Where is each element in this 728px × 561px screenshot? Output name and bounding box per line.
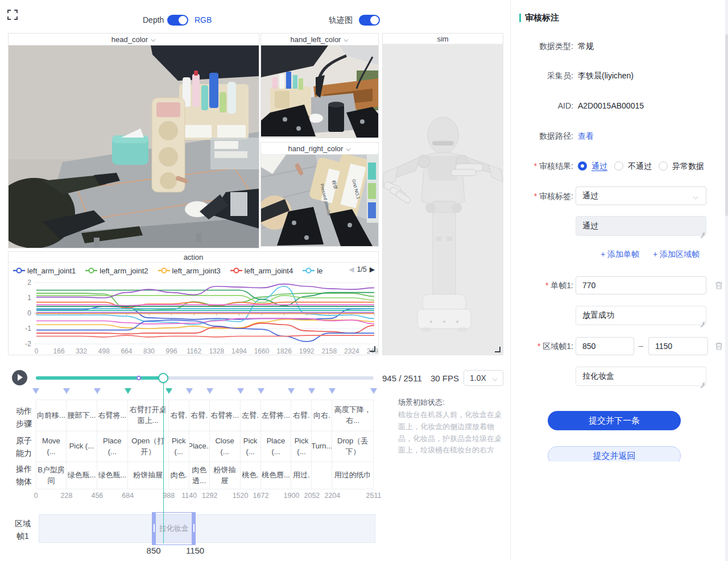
resize-grip-icon[interactable] bbox=[700, 319, 705, 323]
segment-table-cell[interactable]: Close (... bbox=[210, 431, 241, 462]
hand-right-camera-header[interactable]: hand_right_color bbox=[261, 143, 378, 155]
scrollbar-track[interactable] bbox=[725, 0, 728, 561]
svg-text:1826: 1826 bbox=[276, 347, 292, 355]
segment-table-cell[interactable]: 绿色瓶... bbox=[67, 462, 97, 489]
radio-abnormal-label[interactable]: 异常数据 bbox=[672, 161, 704, 172]
region-start-input[interactable]: 850 bbox=[576, 337, 634, 355]
legend-next-icon[interactable]: ▶ bbox=[370, 265, 375, 273]
region-frame-track[interactable] bbox=[39, 514, 375, 543]
segment-table-cell[interactable]: 桃色唇... bbox=[261, 462, 292, 489]
resize-handle-icon[interactable] bbox=[495, 347, 500, 352]
segment-table-cell[interactable]: 左臂. bbox=[241, 400, 261, 431]
segment-table-cell[interactable]: 绿色瓶... bbox=[97, 462, 128, 489]
add-region-frame-link[interactable]: + 添加区域帧 bbox=[653, 250, 700, 260]
segment-table-cell[interactable]: Turn... bbox=[312, 431, 332, 462]
radio-fail[interactable] bbox=[614, 161, 623, 171]
segment-table-cell[interactable]: 左臂将... bbox=[261, 400, 292, 431]
legend-item[interactable]: left_arm_joint4 bbox=[230, 267, 293, 275]
segment-table-cell[interactable]: Place.. bbox=[189, 431, 210, 462]
legend-prev-icon[interactable]: ◀ bbox=[349, 265, 354, 273]
trajectory-toggle[interactable] bbox=[359, 15, 380, 26]
legend-item[interactable]: left_arm_joint2 bbox=[85, 267, 148, 275]
play-button[interactable] bbox=[12, 370, 27, 385]
segment-table-cell[interactable]: B户型房间 bbox=[36, 462, 67, 489]
segment-table-cell[interactable]: Pick (... bbox=[241, 431, 261, 462]
segment-table-cell[interactable]: Move (... bbox=[36, 431, 67, 462]
delete-single-frame-icon[interactable] bbox=[714, 281, 723, 290]
segment-table-cell[interactable]: 肉色透... bbox=[189, 462, 210, 489]
single-frame-note[interactable]: 放置成功 bbox=[576, 306, 706, 325]
segment-table-cell[interactable] bbox=[312, 462, 332, 489]
segment-table-cell[interactable]: 桃色. bbox=[241, 462, 261, 489]
speed-select[interactable]: 1.0X bbox=[464, 370, 503, 386]
fullscreen-icon[interactable] bbox=[7, 10, 18, 20]
segment-marker-icon[interactable] bbox=[329, 388, 336, 394]
segment-table-cell[interactable]: 右臂将... bbox=[210, 400, 241, 431]
scrollbar-thumb[interactable] bbox=[725, 34, 728, 216]
legend-item[interactable]: left_arm_joint1 bbox=[13, 267, 76, 275]
depth-rgb-toggle[interactable] bbox=[167, 15, 188, 26]
segment-marker-icon[interactable] bbox=[258, 388, 264, 394]
segment-marker-icon[interactable] bbox=[206, 388, 213, 394]
segment-marker-icon[interactable] bbox=[125, 388, 131, 394]
segment-marker-icon[interactable] bbox=[308, 388, 315, 394]
hand-left-camera-header[interactable]: hand_left_color bbox=[261, 34, 378, 45]
segment-marker-icon[interactable] bbox=[370, 388, 377, 394]
segment-marker-icon[interactable] bbox=[94, 388, 101, 394]
radio-fail-label[interactable]: 不通过 bbox=[628, 161, 652, 172]
segment-marker-icon[interactable] bbox=[166, 388, 172, 394]
segment-table-cell[interactable]: 粉饼抽屉 bbox=[210, 462, 241, 489]
segment-table-cell[interactable]: 右臂. bbox=[291, 400, 312, 431]
submit-next-button[interactable]: 提交并下一条 bbox=[548, 411, 681, 430]
segment-table-cell[interactable]: Pick (... bbox=[291, 431, 312, 462]
segment-table-cell[interactable]: 用过. bbox=[291, 462, 312, 489]
segment-table-cell[interactable]: 高度下降，右... bbox=[332, 400, 374, 431]
region-handle-right[interactable] bbox=[193, 524, 195, 532]
segment-table-cell[interactable]: Drop（丢下） bbox=[332, 431, 374, 462]
svg-text:2158: 2158 bbox=[321, 347, 337, 355]
resize-handle-icon[interactable] bbox=[370, 346, 375, 352]
timeline-slider-handle[interactable] bbox=[158, 373, 168, 383]
review-tag-select[interactable]: 通过 bbox=[576, 186, 706, 205]
review-tag-note[interactable]: 通过 bbox=[576, 216, 706, 236]
hand-left-camera-panel: hand_left_color bbox=[260, 33, 379, 138]
segment-table-cell[interactable]: Pick (... bbox=[169, 431, 189, 462]
segment-table-cell[interactable]: 右臂. bbox=[189, 400, 210, 431]
legend-item[interactable]: le bbox=[303, 267, 322, 275]
radio-pass[interactable] bbox=[578, 161, 587, 171]
region-frame-box[interactable]: 拉化妆盒 bbox=[152, 513, 195, 545]
svg-text:1328: 1328 bbox=[209, 347, 224, 355]
resize-grip-icon[interactable] bbox=[700, 380, 705, 384]
segment-table-cell[interactable]: 肉色. bbox=[169, 462, 189, 489]
radio-pass-label[interactable]: 通过 bbox=[592, 161, 607, 172]
segment-table-cell[interactable]: 腰部下... bbox=[67, 400, 97, 431]
segment-table-cell[interactable]: 用过的纸巾 bbox=[332, 462, 374, 489]
segment-marker-icon[interactable] bbox=[32, 388, 39, 394]
segment-marker-icon[interactable] bbox=[237, 388, 244, 394]
resize-grip-icon[interactable] bbox=[700, 230, 705, 234]
svg-text:2324: 2324 bbox=[344, 347, 359, 355]
segment-table-cell[interactable]: 向右. bbox=[312, 400, 332, 431]
add-single-frame-link[interactable]: + 添加单帧 bbox=[601, 250, 639, 260]
region-end-input[interactable]: 1150 bbox=[648, 337, 708, 355]
segment-table-cell[interactable]: Place (... bbox=[97, 431, 128, 462]
svg-text:332: 332 bbox=[76, 347, 87, 355]
submit-back-button[interactable]: 提交并返回 bbox=[548, 446, 681, 462]
region-handle-left[interactable] bbox=[154, 524, 155, 532]
segment-marker-icon[interactable] bbox=[63, 388, 70, 394]
head-camera-header[interactable]: head_color bbox=[9, 34, 259, 45]
radio-abnormal[interactable] bbox=[659, 161, 668, 171]
segment-marker-icon[interactable] bbox=[186, 388, 193, 394]
legend-item[interactable]: left_arm_joint3 bbox=[158, 267, 221, 275]
single-frame-input[interactable]: 770 bbox=[576, 276, 706, 294]
data-path-view-link[interactable]: 查看 bbox=[578, 131, 594, 142]
segment-table-cell[interactable]: 右臂将... bbox=[97, 400, 128, 431]
segment-table-cell[interactable]: 向前移... bbox=[36, 400, 67, 431]
depth-label: Depth bbox=[143, 15, 164, 24]
segment-table-cell[interactable]: Pick (... bbox=[67, 431, 97, 462]
delete-region-frame-icon[interactable] bbox=[714, 342, 723, 351]
segment-table-cell[interactable]: Place (... bbox=[261, 431, 292, 462]
region-frame-note[interactable]: 拉化妆盒 bbox=[576, 367, 706, 386]
segment-table-cell[interactable]: 右臂. bbox=[169, 400, 189, 431]
segment-marker-icon[interactable] bbox=[288, 388, 295, 394]
